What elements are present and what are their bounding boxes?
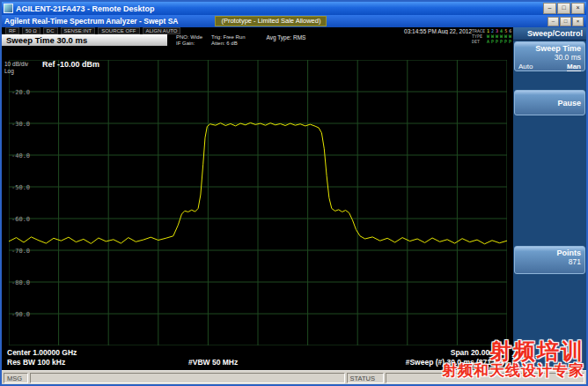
app-window-controls: – □ × (548, 17, 584, 26)
pause-label: Pause (557, 99, 581, 108)
svg-text:-60.0: -60.0 (11, 216, 30, 223)
app-minimize-button[interactable]: – (548, 17, 559, 26)
remote-desktop-icon (4, 4, 13, 13)
grid-lines (9, 60, 507, 345)
app-restore-button[interactable]: □ (560, 17, 571, 26)
softkey-pause[interactable]: Pause (514, 90, 585, 115)
titlebar[interactable]: AGILENT-21FA473 - Remote Desktop – □ × (2, 2, 586, 15)
svg-text:-40.0: -40.0 (11, 152, 30, 160)
graph-footer-row2: Res BW 100 kHz #VBW 50 MHz #Sweep (#) 30… (2, 358, 512, 367)
scale-type-label: Log (4, 68, 14, 74)
svg-text:-80.0: -80.0 (11, 279, 30, 286)
message-area (30, 373, 345, 383)
app-close-button[interactable]: × (572, 17, 584, 26)
softkey-sweep-time[interactable]: Sweep Time 30.0 ms Auto Man (514, 41, 585, 71)
auto-man-toggle[interactable]: Auto Man (518, 63, 581, 71)
svg-text:-70.0: -70.0 (11, 248, 30, 255)
source-indicator: SOURCE OFF (98, 27, 139, 34)
status-area (386, 373, 584, 383)
span-readout: Span 20.00 MHz (451, 348, 507, 357)
spectrum-plot: -20.0-30.0-40.0-50.0-60.0-70.0-80.0-90.0 (9, 60, 507, 345)
system-indicator-bar: RF 50 Ω DC SENSE:INT SOURCE OFF ALIGN AU… (2, 27, 512, 34)
rbw-readout: Res BW 100 kHz (7, 358, 65, 367)
restore-button[interactable]: □ (557, 3, 570, 14)
align-indicator: ALIGN AUTO (143, 27, 181, 34)
app-titlebar[interactable]: Agilent Real-Time Spectrum Analyzer - Sw… (2, 15, 586, 27)
pno-ifgain-stack: PNO: Wide IF Gain: (176, 34, 202, 47)
auto-option[interactable]: Auto (518, 63, 533, 71)
trace-legend-block: TRACE123456TYPEWWWWWWDETAPPPPP (472, 28, 511, 44)
center-freq-readout: Center 1.00000 GHz (7, 348, 77, 357)
spectrum-display: 10 dB/div Log Ref -10.00 dBm -20.0-30.0-… (2, 47, 512, 370)
window-controls: – □ × (543, 3, 584, 14)
minimize-button[interactable]: – (543, 3, 556, 14)
vbw-readout: #VBW 50 MHz (188, 358, 238, 367)
trig-atten-stack: Trig: Free Run Atten: 6 dB (211, 34, 245, 47)
graticule: -20.0-30.0-40.0-50.0-60.0-70.0-80.0-90.0 (9, 60, 507, 345)
coupling-indicator: DC (43, 27, 58, 34)
sweep-time-label: Sweep Time (518, 44, 581, 53)
avg-type-readout: Avg Type: RMS (266, 34, 305, 41)
atten-readout: Atten: 6 dB (211, 41, 245, 47)
man-option-selected[interactable]: Man (567, 63, 581, 71)
points-label: Points (518, 249, 581, 257)
svg-text:-30.0: -30.0 (11, 121, 30, 128)
ref-level-readout: Ref -10.00 dBm (42, 60, 99, 69)
svg-text:-50.0: -50.0 (11, 184, 30, 191)
active-function-readout: Sweep Time 30.0 ms (2, 34, 167, 46)
pno-readout: PNO: Wide (176, 34, 202, 41)
svg-text:-20.0: -20.0 (11, 89, 30, 96)
close-button[interactable]: × (571, 3, 584, 14)
softkey-points[interactable]: Points 871 (514, 246, 585, 274)
rf-input-indicator: RF (5, 27, 19, 34)
msg-label: MSG (4, 373, 28, 383)
status-label: STATUS (347, 373, 384, 383)
menu-title: Sweep/Control (513, 27, 586, 41)
measurement-bar: Sweep Time 30.0 ms PNO: Wide IF Gain: Tr… (2, 34, 512, 47)
svg-text:-90.0: -90.0 (11, 311, 30, 318)
sense-indicator: SENSE:INT (61, 27, 96, 34)
scale-per-div-label: 10 dB/div (4, 61, 28, 67)
y-axis-labels: -20.0-30.0-40.0-50.0-60.0-70.0-80.0-90.0 (11, 89, 30, 318)
datetime-readout: 03:14:55 PM Aug 22, 2012 (404, 28, 472, 34)
status-bar: MSG STATUS (2, 370, 586, 384)
ifgain-readout: IF Gain: (176, 41, 202, 47)
points-value: 871 (518, 257, 581, 266)
graph-footer-row1: Center 1.00000 GHz Span 20.00 MHz (2, 348, 512, 357)
window-title: AGILENT-21FA473 - Remote Desktop (16, 4, 543, 13)
impedance-indicator: 50 Ω (22, 27, 40, 34)
trigger-readout: Trig: Free Run (211, 34, 245, 41)
softkey-menu: Sweep/Control Sweep Time 30.0 ms Auto Ma… (512, 27, 586, 370)
prototype-banner: (Prototype - Limited Sale Allowed) (215, 16, 327, 26)
sweep-time-readout: #Sweep (#) 30.0 ms (871 pts) (406, 358, 507, 367)
sweep-time-value: 30.0 ms (518, 53, 581, 62)
app-title: Agilent Real-Time Spectrum Analyzer - Sw… (4, 17, 178, 26)
remote-desktop-window: AGILENT-21FA473 - Remote Desktop – □ × A… (0, 0, 588, 386)
